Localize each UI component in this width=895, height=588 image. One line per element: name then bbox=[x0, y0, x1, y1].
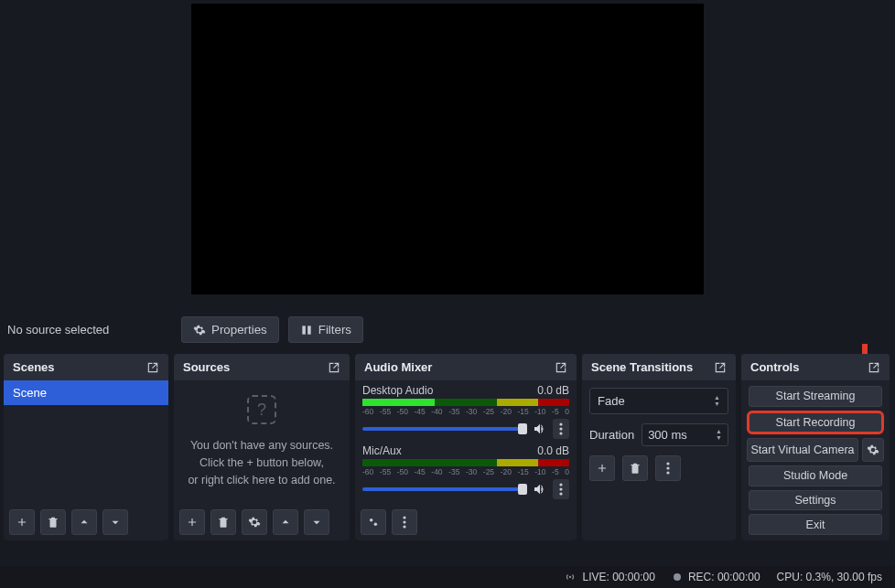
scene-up-button[interactable] bbox=[71, 509, 97, 535]
svg-point-12 bbox=[403, 516, 405, 519]
preview-canvas[interactable] bbox=[191, 4, 704, 294]
record-icon bbox=[672, 572, 683, 583]
trash-icon bbox=[217, 516, 230, 529]
speaker-icon[interactable] bbox=[533, 482, 547, 497]
svg-point-13 bbox=[403, 520, 405, 523]
chevron-up-icon bbox=[78, 516, 91, 529]
select-stepper[interactable]: ▲▼ bbox=[714, 395, 720, 407]
status-rec: REC: 00:00:00 bbox=[672, 571, 760, 583]
start-virtual-camera-button[interactable]: Start Virtual Camera bbox=[747, 438, 858, 462]
audio-meter bbox=[362, 459, 569, 466]
settings-button[interactable]: Settings bbox=[749, 490, 882, 511]
add-source-button[interactable] bbox=[179, 509, 205, 535]
svg-point-9 bbox=[559, 492, 562, 495]
filters-button[interactable]: Filters bbox=[288, 316, 363, 343]
preview-area bbox=[0, 0, 895, 311]
svg-point-17 bbox=[666, 471, 669, 474]
controls-panel: Controls Start Streaming Start Recording… bbox=[741, 354, 890, 540]
svg-point-14 bbox=[403, 525, 405, 528]
source-up-button[interactable] bbox=[273, 509, 298, 535]
volume-slider[interactable] bbox=[362, 487, 527, 491]
svg-point-7 bbox=[559, 483, 562, 486]
svg-point-16 bbox=[666, 466, 669, 469]
volume-slider[interactable] bbox=[362, 427, 527, 431]
dots-icon bbox=[398, 516, 411, 529]
channel-menu-button[interactable] bbox=[553, 419, 569, 439]
mixer-header: Audio Mixer bbox=[355, 354, 577, 380]
delete-source-button[interactable] bbox=[210, 509, 236, 535]
sources-panel: Sources ? You don't have any sources. Cl… bbox=[174, 354, 350, 540]
duration-stepper[interactable]: ▲▼ bbox=[716, 429, 722, 441]
mixer-ticks: -60-55-50-45-40-35-30-25-20-15-10-50 bbox=[362, 407, 569, 416]
transitions-header: Scene Transitions bbox=[582, 354, 736, 380]
chevron-down-icon bbox=[109, 516, 122, 529]
mixer-advanced-button[interactable] bbox=[361, 509, 386, 535]
delete-transition-button[interactable] bbox=[622, 455, 648, 481]
studio-mode-button[interactable]: Studio Mode bbox=[749, 465, 882, 486]
popout-icon[interactable] bbox=[868, 361, 880, 374]
sources-header: Sources bbox=[174, 354, 350, 380]
chevron-up-icon bbox=[279, 516, 292, 529]
plus-icon bbox=[186, 516, 199, 529]
svg-point-4 bbox=[559, 422, 562, 425]
mixer-channel-mic: Mic/Aux0.0 dB -60-55-50-45-40-35-30-25-2… bbox=[362, 444, 569, 499]
question-icon: ? bbox=[247, 395, 276, 424]
start-streaming-button[interactable]: Start Streaming bbox=[749, 386, 882, 407]
scene-item[interactable]: Scene bbox=[4, 380, 168, 405]
mixer-menu-button[interactable] bbox=[392, 509, 417, 535]
popout-icon[interactable] bbox=[714, 361, 727, 374]
sources-empty[interactable]: ? You don't have any sources. Click the … bbox=[174, 380, 350, 504]
svg-point-6 bbox=[559, 432, 562, 434]
source-toolbar: No source selected Properties Filters bbox=[0, 311, 895, 348]
plus-icon bbox=[596, 462, 609, 475]
no-source-text: No source selected bbox=[7, 323, 172, 337]
controls-header: Controls bbox=[741, 354, 890, 380]
transitions-panel: Scene Transitions Fade ▲▼ Duration 300 m… bbox=[582, 354, 736, 540]
channel-menu-button[interactable] bbox=[553, 479, 569, 499]
properties-button[interactable]: Properties bbox=[181, 316, 279, 343]
svg-point-15 bbox=[666, 462, 669, 465]
dots-icon bbox=[559, 422, 563, 435]
broadcast-icon bbox=[564, 571, 577, 583]
exit-button[interactable]: Exit bbox=[749, 514, 882, 535]
scenes-panel: Scenes Scene bbox=[4, 354, 168, 540]
virtual-camera-settings-button[interactable] bbox=[862, 438, 884, 462]
popout-icon[interactable] bbox=[146, 361, 159, 374]
add-transition-button[interactable] bbox=[589, 455, 615, 481]
status-live: LIVE: 00:00:00 bbox=[564, 571, 654, 583]
popout-icon[interactable] bbox=[555, 361, 567, 374]
gears-icon bbox=[367, 516, 380, 529]
duration-input[interactable]: 300 ms ▲▼ bbox=[642, 423, 728, 446]
audio-mixer-panel: Audio Mixer Desktop Audio0.0 dB -60-55-5… bbox=[355, 354, 577, 540]
gear-icon bbox=[867, 444, 879, 456]
start-recording-button[interactable]: Start Recording bbox=[747, 411, 884, 435]
svg-rect-3 bbox=[307, 326, 311, 334]
delete-scene-button[interactable] bbox=[40, 509, 66, 535]
scene-down-button[interactable] bbox=[102, 509, 128, 535]
mixer-channel-desktop: Desktop Audio0.0 dB -60-55-50-45-40-35-3… bbox=[362, 384, 569, 439]
svg-point-11 bbox=[374, 523, 378, 527]
svg-point-10 bbox=[370, 519, 373, 522]
speaker-icon[interactable] bbox=[533, 422, 547, 436]
transition-select[interactable]: Fade ▲▼ bbox=[589, 388, 728, 414]
dots-icon bbox=[662, 462, 674, 475]
filters-icon bbox=[300, 324, 313, 337]
chevron-down-icon bbox=[310, 516, 323, 529]
plus-icon bbox=[16, 516, 28, 529]
add-scene-button[interactable] bbox=[9, 509, 35, 535]
source-settings-button[interactable] bbox=[242, 509, 267, 535]
source-down-button[interactable] bbox=[304, 509, 329, 535]
svg-point-8 bbox=[559, 487, 562, 490]
audio-meter bbox=[362, 399, 569, 406]
dots-icon bbox=[559, 483, 563, 496]
trash-icon bbox=[47, 516, 59, 529]
trash-icon bbox=[629, 462, 642, 475]
status-cpu: CPU: 0.3%, 30.00 fps bbox=[777, 571, 882, 583]
svg-rect-2 bbox=[302, 326, 306, 334]
mixer-ticks: -60-55-50-45-40-35-30-25-20-15-10-50 bbox=[362, 467, 569, 476]
svg-point-5 bbox=[559, 427, 562, 430]
duration-label: Duration bbox=[589, 428, 634, 442]
transition-menu-button[interactable] bbox=[655, 455, 681, 481]
popout-icon[interactable] bbox=[328, 361, 340, 374]
scenes-header: Scenes bbox=[4, 354, 168, 380]
